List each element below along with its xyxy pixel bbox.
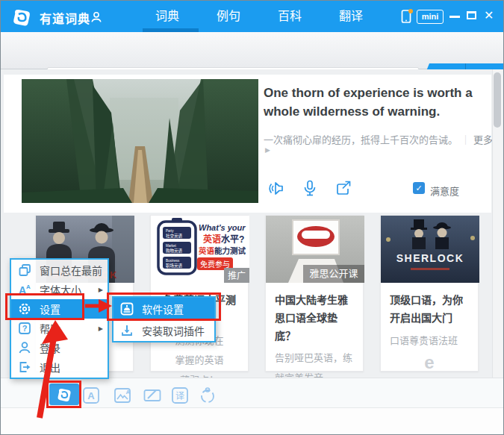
quote-separator: ｜ bbox=[461, 134, 470, 145]
card-title: 中国大陆考生雅思口语全球垫底？ bbox=[275, 292, 354, 345]
youdao-dict-window: 有道词典 词典 例句 百科 翻译 mini ✕ bbox=[0, 0, 504, 435]
brand-e-logo: e bbox=[390, 352, 469, 373]
highlight-box-settings bbox=[5, 293, 84, 320]
sherlock-title-text: SHERLOCK bbox=[396, 252, 464, 264]
menu-item-label: 帮助 bbox=[40, 321, 60, 336]
ad-banner[interactable]: VIPABC .com 每天 45 分钟 轻松学英语 领取免费课程 ▸ × bbox=[1, 407, 504, 435]
level-dark-text: 水平? bbox=[221, 234, 244, 245]
quote-more-link[interactable]: 更多 bbox=[473, 134, 493, 145]
promo-card-sherlock-2[interactable]: SHERLOCK 顶级口语，为你开启出国大门 口语尊贵语法班 e bbox=[380, 215, 479, 372]
close-button[interactable]: ✕ bbox=[484, 8, 494, 22]
svg-text:A: A bbox=[87, 390, 95, 401]
ielts-card-image: 雅思公开课 bbox=[266, 216, 364, 283]
toolbar-dictionary-icon[interactable]: A bbox=[81, 386, 101, 405]
highlight-box-software-settings bbox=[107, 292, 221, 321]
badge-market-cn: 购物英语 bbox=[166, 248, 183, 254]
quote-chinese-text: 一次痛彻心扉的经历，抵得上千百次的告诫。 bbox=[264, 134, 458, 145]
svg-text:?: ? bbox=[22, 324, 28, 333]
badge-party-cn: 社交英语 bbox=[166, 233, 183, 239]
test-red-text: 英语 bbox=[198, 246, 214, 255]
user-account-icon[interactable] bbox=[90, 10, 103, 24]
maximize-button[interactable] bbox=[467, 11, 476, 19]
svg-text:英语水平?: 英语水平? bbox=[203, 234, 244, 245]
menu-item-label: 退出 bbox=[40, 360, 60, 375]
satisfaction-checkbox[interactable]: ✓ bbox=[413, 182, 425, 194]
quote-english-text: One thorn of experience is worth a whole… bbox=[264, 84, 488, 121]
help-icon: ? bbox=[17, 321, 32, 336]
level-red-text: 英语 bbox=[203, 234, 221, 245]
svg-text:英语能力测试: 英语能力测试 bbox=[198, 246, 246, 255]
windows-stack-icon bbox=[17, 263, 32, 278]
level-test-card-image: Party 社交英语 Market 购物英语 Business 职场英语 Wha… bbox=[151, 216, 249, 283]
toolbar-human-translate-icon[interactable] bbox=[198, 386, 217, 405]
free-join-button[interactable]: 免费参与 bbox=[200, 260, 230, 269]
minimize-button[interactable] bbox=[449, 16, 460, 18]
menu-item-label: 登录 bbox=[40, 340, 60, 355]
pronounce-speaker-icon[interactable] bbox=[267, 180, 284, 197]
tab-translate[interactable]: 翻译 bbox=[333, 1, 369, 32]
toolbar-handwriting-icon[interactable] bbox=[143, 386, 162, 405]
youdao-logo-icon bbox=[11, 7, 32, 28]
share-icon[interactable] bbox=[335, 180, 352, 197]
sherlock2-card-image: SHERLOCK bbox=[381, 216, 479, 283]
app-title: 有道词典 bbox=[40, 9, 90, 27]
card-image-label: 雅思公开课 bbox=[309, 268, 358, 279]
card-subtitle: 口语尊贵语法班 bbox=[390, 331, 469, 351]
card-subtitle-line: 掌握的英语 bbox=[160, 351, 239, 371]
satisfaction-label: 满意度 bbox=[430, 184, 459, 198]
badge-business-cn: 职场英语 bbox=[166, 263, 183, 269]
tab-dictionary[interactable]: 词典 bbox=[149, 1, 185, 32]
microphone-icon[interactable] bbox=[302, 179, 318, 198]
badge-market-en: Market bbox=[166, 244, 177, 248]
menu-item-exit[interactable]: 退出 bbox=[11, 357, 108, 377]
test-dark-text: 能力测试 bbox=[214, 246, 246, 255]
menu-item-label: 窗口总在最前 bbox=[40, 263, 102, 278]
svg-text:译: 译 bbox=[175, 391, 184, 401]
menu-item-always-on-top[interactable]: 窗口总在最前 bbox=[11, 260, 108, 280]
mobile-app-icon[interactable] bbox=[399, 8, 414, 25]
expand-icon[interactable]: ▶ bbox=[265, 146, 270, 154]
whats-your-text: What's your bbox=[199, 223, 246, 232]
submenu-arrow-icon: ▶ bbox=[99, 325, 103, 332]
toolbar-picture-word-icon[interactable]: A bbox=[113, 386, 132, 405]
submenu-arrow-icon: ▶ bbox=[99, 287, 103, 293]
scrollbar-thumb[interactable] bbox=[494, 72, 501, 128]
download-icon bbox=[119, 323, 134, 338]
badge-business-en: Business bbox=[166, 259, 180, 263]
titlebar: 有道词典 词典 例句 百科 翻译 mini ✕ bbox=[1, 1, 504, 32]
tab-examples[interactable]: 例句 bbox=[211, 1, 246, 32]
card-title: 顶级口语，为你开启出国大门 bbox=[390, 292, 469, 328]
user-icon bbox=[17, 340, 32, 355]
quote-chinese-line: 一次痛彻心扉的经历，抵得上千百次的告诫。｜更多 bbox=[264, 132, 490, 146]
mini-mode-button[interactable]: mini bbox=[417, 10, 444, 24]
tab-encyclopedia[interactable]: 百科 bbox=[272, 1, 308, 32]
search-bar: En ▼ bbox=[1, 32, 504, 69]
promo-tag: 推广 bbox=[228, 271, 246, 281]
svg-text:A: A bbox=[26, 284, 31, 290]
submenu-item-install-plugin[interactable]: 安装取词插件 bbox=[113, 319, 214, 341]
svg-text:A: A bbox=[126, 389, 131, 395]
badge-party-en: Party bbox=[166, 229, 174, 233]
submenu-item-label: 安装取词插件 bbox=[142, 323, 205, 338]
menu-item-help[interactable]: ? 帮助 ▶ bbox=[11, 319, 108, 338]
promo-card-ielts[interactable]: 雅思公开课 中国大陆考生雅思口语全球垫底？ 告别哑巴英语，练就完美发音 e bbox=[265, 215, 364, 372]
quote-forest-image bbox=[22, 79, 258, 203]
toolbar-translate-icon[interactable]: 译 bbox=[170, 386, 190, 405]
highlight-box-toolbar-logo bbox=[46, 381, 81, 408]
menu-item-login[interactable]: 登录 bbox=[11, 338, 108, 357]
exit-icon bbox=[17, 360, 32, 375]
